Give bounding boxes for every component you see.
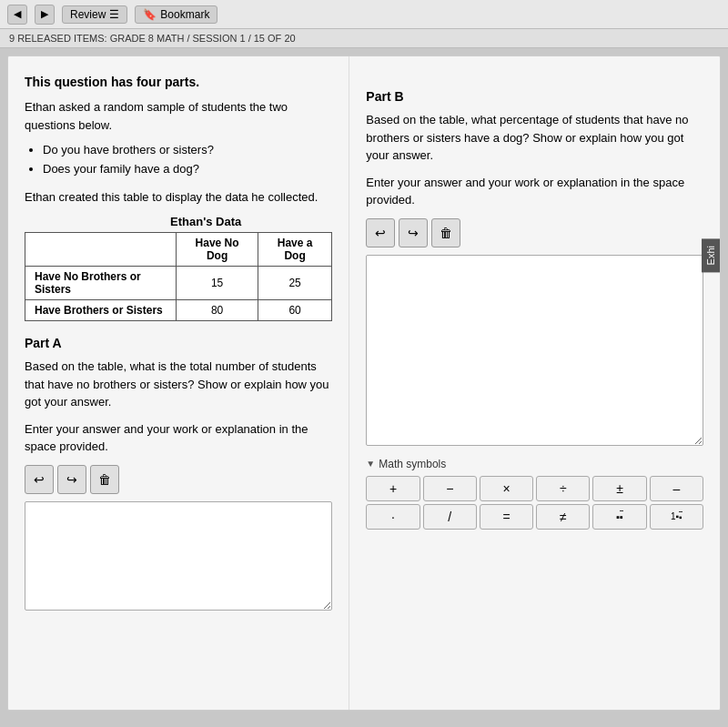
redo-button-a[interactable]: ↪ xyxy=(57,465,86,494)
back-button[interactable]: ◀ xyxy=(7,5,27,25)
question-body2: Ethan created this table to display the … xyxy=(25,188,332,207)
row1-label: Have No Brothers or Sisters xyxy=(25,267,177,300)
table-header-dog: Have a Dog xyxy=(258,233,331,267)
bookmark-label: Bookmark xyxy=(160,8,209,21)
bookmark-icon: 🔖 xyxy=(143,8,157,21)
part-b-label: Part B xyxy=(366,89,703,104)
bookmark-button[interactable]: 🔖 Bookmark xyxy=(135,5,217,24)
answer-area-a[interactable] xyxy=(25,501,332,611)
sym-minus[interactable]: − xyxy=(423,476,477,501)
sym-times[interactable]: × xyxy=(480,476,533,501)
enter-answer-text-b: Enter your answer and your work or expla… xyxy=(366,174,703,209)
part-a-text: Based on the table, what is the total nu… xyxy=(25,358,332,411)
row1-no-dog: 15 xyxy=(177,267,258,300)
bullet-list: Do you have brothers or sisters? Does yo… xyxy=(25,141,332,179)
table-header-no-dog: Have No Dog xyxy=(177,233,258,267)
trash-button-a[interactable]: 🗑 xyxy=(90,465,119,494)
row2-dog: 60 xyxy=(258,300,331,321)
undo-button-a[interactable]: ↩ xyxy=(25,465,54,494)
main-content: This question has four parts. Ethan aske… xyxy=(7,56,721,711)
question-body1: Ethan asked a random sample of students … xyxy=(25,98,332,134)
sym-plusminus[interactable]: ± xyxy=(592,476,646,501)
sym-plus[interactable]: + xyxy=(366,476,420,501)
row2-no-dog: 80 xyxy=(177,300,258,321)
question-intro: This question has four parts. xyxy=(25,75,332,89)
table-title: Ethan's Data xyxy=(79,215,332,228)
toolbar-b: ↩ ↪ 🗑 xyxy=(366,218,703,247)
trash-button-b[interactable]: 🗑 xyxy=(431,218,460,247)
forward-button[interactable]: ▶ xyxy=(35,5,55,25)
data-table: Have No Dog Have a Dog Have No Brothers … xyxy=(25,232,332,321)
bullet-item-1: Do you have brothers or sisters? xyxy=(43,141,332,160)
breadcrumb: 9 RELEASED ITEMS: GRADE 8 MATH / SESSION… xyxy=(0,29,728,48)
toolbar-a: ↩ ↪ 🗑 xyxy=(25,465,332,494)
table-row: Have No Brothers or Sisters 15 25 xyxy=(25,267,332,300)
row1-dog: 25 xyxy=(258,267,331,300)
row2-label: Have Brothers or Sisters xyxy=(25,300,177,321)
redo-button-b[interactable]: ↪ xyxy=(399,218,428,247)
right-panel: Part B Based on the table, what percenta… xyxy=(349,56,720,710)
math-symbols-header[interactable]: ▼ Math symbols xyxy=(366,458,703,470)
review-label: Review xyxy=(70,8,106,21)
table-header-empty xyxy=(25,233,177,267)
triangle-icon: ▼ xyxy=(366,459,375,469)
review-button[interactable]: Review ☰ xyxy=(62,5,127,24)
bullet-item-2: Does your family have a dog? xyxy=(43,160,332,179)
exhibit-tab[interactable]: Exhi xyxy=(702,238,720,272)
math-symbols-label: Math symbols xyxy=(379,458,446,470)
part-b-text: Based on the table, what percentage of s… xyxy=(366,111,703,165)
sym-equals[interactable]: = xyxy=(480,504,533,530)
sym-dot[interactable]: · xyxy=(366,504,420,530)
math-symbols-grid: + − × ÷ ± – · / = ≠ ▪▪ 1▪▪ xyxy=(366,476,703,530)
review-icon: ☰ xyxy=(109,8,119,21)
undo-button-b[interactable]: ↩ xyxy=(366,218,395,247)
top-bar: ◀ ▶ Review ☰ 🔖 Bookmark xyxy=(0,0,728,29)
sym-fraction[interactable]: ▪▪ xyxy=(592,504,646,530)
part-a-label: Part A xyxy=(25,336,332,350)
sym-dash[interactable]: – xyxy=(650,476,703,501)
sym-divide[interactable]: ÷ xyxy=(536,476,590,501)
table-row: Have Brothers or Sisters 80 60 xyxy=(25,300,332,321)
sym-mixed[interactable]: 1▪▪ xyxy=(650,504,703,530)
enter-answer-text-a: Enter your answer and your work or expla… xyxy=(25,420,332,456)
left-panel: This question has four parts. Ethan aske… xyxy=(8,56,349,710)
answer-area-b[interactable] xyxy=(366,255,703,446)
sym-slash[interactable]: / xyxy=(423,504,477,530)
sym-notequals[interactable]: ≠ xyxy=(536,504,590,530)
